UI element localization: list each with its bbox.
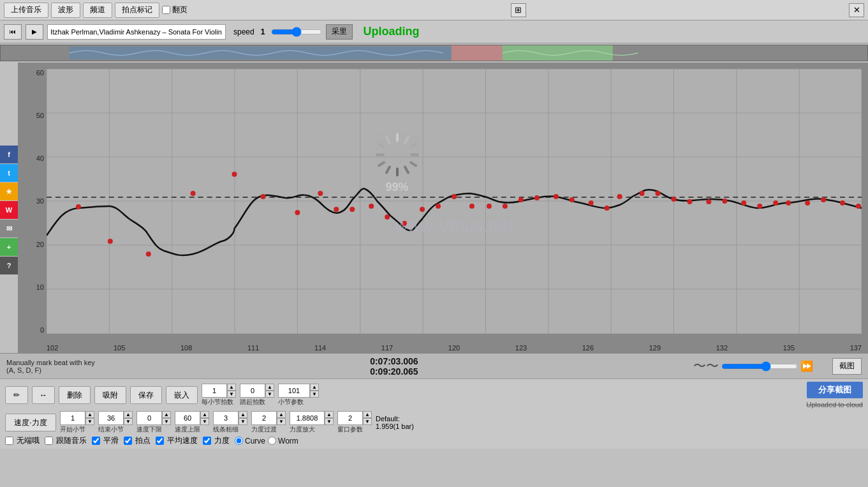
svg-line-70	[411, 144, 416, 147]
svg-point-35	[334, 207, 339, 212]
line-width-down[interactable]: ▼	[239, 418, 247, 425]
svg-point-57	[706, 199, 711, 204]
no-gap-label: 无端哦	[5, 435, 40, 446]
speed-upper-input[interactable]	[175, 411, 200, 425]
start-bar-input[interactable]	[60, 411, 85, 425]
beat-snap-up[interactable]: ▲	[265, 384, 274, 391]
svg-line-73	[405, 167, 408, 173]
avg-speed-checkbox[interactable]	[156, 437, 164, 445]
help-btn[interactable]: ?	[0, 257, 18, 274]
end-bar-down[interactable]: ▼	[124, 418, 133, 425]
top-toolbar: 上传音乐 波形 频道 拍点标记 翻页 ⊞ ✕	[0, 0, 868, 20]
end-bar-up[interactable]: ▲	[124, 411, 133, 418]
worm-radio[interactable]	[268, 437, 276, 445]
svg-text:www.Vmus.net: www.Vmus.net	[395, 216, 514, 236]
track-name-input[interactable]	[47, 24, 226, 40]
waveform-canvas[interactable]	[18, 45, 867, 61]
start-bar-down[interactable]: ▼	[85, 418, 94, 425]
nav-play-btn[interactable]: ▶	[26, 24, 43, 40]
add-btn[interactable]: +	[0, 238, 18, 256]
screenshot-btn[interactable]: 截图	[832, 358, 862, 375]
svg-point-62	[786, 200, 791, 206]
smooth-checkbox[interactable]	[92, 437, 100, 445]
wave-zoom-slider[interactable]	[721, 361, 798, 371]
status-hint: Manually mark beat with key (A, S, D, F)	[6, 359, 95, 374]
speed-lower-up[interactable]: ▲	[162, 411, 171, 418]
svg-point-60	[757, 204, 762, 209]
min-beat-up[interactable]: ▲	[227, 384, 236, 391]
window-param-up[interactable]: ▲	[363, 411, 372, 418]
end-bar-spinner: ▲ ▼ 结束小节	[98, 411, 133, 434]
no-gap-checkbox[interactable]	[5, 437, 13, 445]
force-checkbox[interactable]	[203, 437, 211, 445]
svg-point-59	[741, 200, 746, 206]
line-width-up[interactable]: ▲	[239, 411, 247, 418]
bottom-controls: ✏ ↔ 删除 吸附 保存 嵌入 1 ▲ ▼ 毎小节拍数 0 ▲ ▼	[0, 378, 868, 449]
force-amp-up[interactable]: ▲	[325, 411, 334, 418]
track-music-checkbox[interactable]	[45, 437, 53, 445]
nav-start-btn[interactable]: ⏮	[4, 24, 22, 40]
beat-snap-label: 踏起拍数	[240, 398, 265, 407]
speed-upper-up[interactable]: ▲	[200, 411, 209, 418]
force-trans-up[interactable]: ▲	[277, 411, 286, 418]
line-width-input[interactable]	[213, 411, 239, 425]
force-amp-input[interactable]	[290, 411, 325, 425]
curve-radio-label: Curve	[235, 437, 265, 446]
waveform-btn[interactable]: 波形	[51, 3, 80, 18]
absorb-btn[interactable]: 吸附	[94, 386, 126, 404]
facebook-btn[interactable]: f	[0, 146, 18, 163]
force-amp-down[interactable]: ▼	[325, 418, 334, 425]
save-btn[interactable]: 保存	[130, 386, 162, 404]
apply-btn[interactable]: 采里	[326, 24, 353, 40]
beat-snap-down[interactable]: ▼	[265, 391, 274, 398]
controls-row1: ✏ ↔ 删除 吸附 保存 嵌入 1 ▲ ▼ 毎小节拍数 0 ▲ ▼	[5, 382, 863, 408]
beat-snap-input[interactable]: 0	[240, 384, 265, 398]
window-param-input[interactable]	[337, 411, 363, 425]
speed-upper-down[interactable]: ▼	[200, 418, 209, 425]
start-bar-up[interactable]: ▲	[85, 411, 94, 418]
window-close-btn[interactable]: ✕	[849, 3, 864, 17]
pencil-btn[interactable]: ✏	[5, 386, 28, 404]
default-bar-val: 1.959(1 bar)	[376, 423, 414, 430]
email-btn[interactable]: ✉	[0, 220, 18, 237]
embed-btn[interactable]: 嵌入	[166, 386, 198, 404]
default-label: Default:	[376, 415, 414, 423]
min-beat-input[interactable]: 1	[202, 384, 227, 398]
speed-mode-btn[interactable]: 速度·力度	[5, 414, 56, 431]
speed-lower-input[interactable]	[136, 411, 162, 425]
move-btn[interactable]: ↔	[32, 386, 55, 404]
share-btn[interactable]: 分享截图	[807, 382, 863, 398]
bar-param-up[interactable]: ▲	[310, 384, 319, 391]
waveform-overview[interactable]	[0, 45, 868, 61]
curve-radio[interactable]	[235, 437, 243, 445]
force-trans-down[interactable]: ▼	[277, 418, 286, 425]
weibo-btn[interactable]: W	[0, 201, 18, 219]
upload-music-btn[interactable]: 上传音乐	[4, 3, 48, 18]
end-bar-input[interactable]	[98, 411, 124, 425]
video-btn[interactable]: 频道	[83, 3, 112, 18]
svg-point-48	[554, 194, 559, 199]
svg-point-66	[856, 204, 861, 209]
twitter-btn[interactable]: t	[0, 164, 18, 182]
svg-line-75	[386, 167, 390, 173]
uploaded-text: Uploaded to cloud	[806, 401, 863, 408]
window-restore-btn[interactable]: ⊞	[511, 3, 526, 17]
beat-marker-btn[interactable]: 拍点标记	[115, 3, 159, 18]
speed-lower-down[interactable]: ▼	[162, 418, 171, 425]
svg-point-42	[452, 194, 457, 199]
beat-checkbox[interactable]	[124, 437, 132, 445]
min-beat-down[interactable]: ▼	[227, 391, 236, 398]
star-btn[interactable]: ★	[0, 183, 18, 200]
bar-param-down[interactable]: ▼	[310, 391, 319, 398]
svg-point-65	[840, 200, 845, 206]
flip-checkbox[interactable]	[162, 6, 170, 14]
window-param-down[interactable]: ▼	[363, 418, 372, 425]
delete-btn[interactable]: 删除	[59, 386, 91, 404]
force-trans-input[interactable]	[251, 411, 277, 425]
svg-point-58	[722, 199, 727, 204]
speed-slider[interactable]	[271, 27, 322, 37]
bar-param-input[interactable]: 101	[278, 384, 310, 398]
track-row: ⏮ ▶ speed 1 采里 Uploading	[0, 20, 868, 43]
chart-inner[interactable]: 31.0	[47, 69, 862, 334]
svg-point-33	[295, 210, 300, 215]
